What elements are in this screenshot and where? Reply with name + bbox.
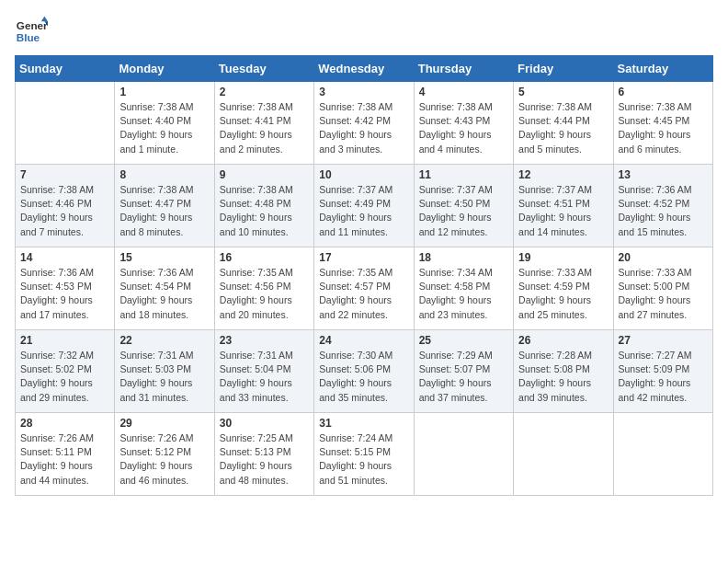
weekday-header: Sunday xyxy=(16,56,115,82)
day-info: Sunrise: 7:36 AMSunset: 4:53 PMDaylight:… xyxy=(20,266,109,322)
day-number: 27 xyxy=(619,334,708,347)
calendar-week-row: 28Sunrise: 7:26 AMSunset: 5:11 PMDayligh… xyxy=(16,413,713,496)
day-info: Sunrise: 7:27 AMSunset: 5:09 PMDaylight:… xyxy=(619,349,708,405)
day-number: 20 xyxy=(619,251,708,264)
calendar-cell: 6Sunrise: 7:38 AMSunset: 4:45 PMDaylight… xyxy=(613,82,712,165)
calendar-week-row: 14Sunrise: 7:36 AMSunset: 4:53 PMDayligh… xyxy=(16,247,713,330)
day-number: 1 xyxy=(119,86,209,98)
calendar-cell: 19Sunrise: 7:33 AMSunset: 4:59 PMDayligh… xyxy=(514,247,613,330)
logo: General Blue xyxy=(15,15,51,48)
calendar-cell: 12Sunrise: 7:37 AMSunset: 4:51 PMDayligh… xyxy=(514,165,613,247)
day-info: Sunrise: 7:28 AMSunset: 5:08 PMDaylight:… xyxy=(518,349,608,405)
day-info: Sunrise: 7:36 AMSunset: 4:54 PMDaylight:… xyxy=(119,266,209,322)
day-info: Sunrise: 7:36 AMSunset: 4:52 PMDaylight:… xyxy=(619,183,708,239)
day-number: 23 xyxy=(220,334,309,347)
day-info: Sunrise: 7:38 AMSunset: 4:47 PMDaylight:… xyxy=(119,183,209,239)
weekday-header: Wednesday xyxy=(314,56,414,82)
day-info: Sunrise: 7:34 AMSunset: 4:58 PMDaylight:… xyxy=(419,266,508,322)
weekday-header: Saturday xyxy=(613,56,712,82)
logo-icon: General Blue xyxy=(15,15,48,48)
calendar-cell: 31Sunrise: 7:24 AMSunset: 5:15 PMDayligh… xyxy=(314,413,414,496)
day-number: 13 xyxy=(619,168,708,181)
day-info: Sunrise: 7:38 AMSunset: 4:45 PMDaylight:… xyxy=(619,100,708,156)
calendar-week-row: 7Sunrise: 7:38 AMSunset: 4:46 PMDaylight… xyxy=(16,165,713,247)
calendar-cell xyxy=(514,413,613,496)
day-info: Sunrise: 7:38 AMSunset: 4:46 PMDaylight:… xyxy=(20,183,109,239)
day-number: 16 xyxy=(220,251,309,264)
day-info: Sunrise: 7:31 AMSunset: 5:03 PMDaylight:… xyxy=(119,349,209,405)
calendar-cell: 11Sunrise: 7:37 AMSunset: 4:50 PMDayligh… xyxy=(414,165,513,247)
day-info: Sunrise: 7:38 AMSunset: 4:41 PMDaylight:… xyxy=(220,100,309,156)
calendar-cell: 20Sunrise: 7:33 AMSunset: 5:00 PMDayligh… xyxy=(613,247,712,330)
day-number: 17 xyxy=(319,251,408,264)
calendar-cell: 21Sunrise: 7:32 AMSunset: 5:02 PMDayligh… xyxy=(16,330,115,413)
calendar-cell: 25Sunrise: 7:29 AMSunset: 5:07 PMDayligh… xyxy=(414,330,513,413)
calendar-cell: 26Sunrise: 7:28 AMSunset: 5:08 PMDayligh… xyxy=(514,330,613,413)
day-info: Sunrise: 7:38 AMSunset: 4:40 PMDaylight:… xyxy=(119,100,209,156)
day-number: 5 xyxy=(518,86,608,98)
day-number: 14 xyxy=(20,251,109,264)
day-info: Sunrise: 7:38 AMSunset: 4:42 PMDaylight:… xyxy=(319,100,408,156)
day-number: 11 xyxy=(419,168,508,181)
day-number: 7 xyxy=(20,168,109,181)
day-number: 10 xyxy=(319,168,408,181)
calendar-cell: 27Sunrise: 7:27 AMSunset: 5:09 PMDayligh… xyxy=(613,330,712,413)
day-number: 26 xyxy=(518,334,608,347)
day-number: 6 xyxy=(619,86,708,98)
calendar-cell: 22Sunrise: 7:31 AMSunset: 5:03 PMDayligh… xyxy=(115,330,214,413)
calendar-cell: 3Sunrise: 7:38 AMSunset: 4:42 PMDaylight… xyxy=(314,82,414,165)
calendar-cell: 10Sunrise: 7:37 AMSunset: 4:49 PMDayligh… xyxy=(314,165,414,247)
day-info: Sunrise: 7:26 AMSunset: 5:11 PMDaylight:… xyxy=(20,431,109,488)
day-number: 28 xyxy=(20,417,109,430)
day-info: Sunrise: 7:37 AMSunset: 4:51 PMDaylight:… xyxy=(518,183,608,239)
calendar-cell: 28Sunrise: 7:26 AMSunset: 5:11 PMDayligh… xyxy=(16,413,115,496)
calendar-cell: 2Sunrise: 7:38 AMSunset: 4:41 PMDaylight… xyxy=(214,82,313,165)
day-info: Sunrise: 7:29 AMSunset: 5:07 PMDaylight:… xyxy=(419,349,508,405)
day-number: 25 xyxy=(419,334,508,347)
day-number: 22 xyxy=(119,334,209,347)
page-header: General Blue xyxy=(15,15,713,48)
calendar-cell: 8Sunrise: 7:38 AMSunset: 4:47 PMDaylight… xyxy=(115,165,214,247)
day-number: 15 xyxy=(119,251,209,264)
day-info: Sunrise: 7:24 AMSunset: 5:15 PMDaylight:… xyxy=(319,431,408,488)
weekday-header: Tuesday xyxy=(214,56,313,82)
day-number: 3 xyxy=(319,86,408,98)
weekday-header: Monday xyxy=(115,56,214,82)
day-info: Sunrise: 7:38 AMSunset: 4:48 PMDaylight:… xyxy=(220,183,309,239)
calendar-week-row: 1Sunrise: 7:38 AMSunset: 4:40 PMDaylight… xyxy=(16,82,713,165)
calendar-cell: 23Sunrise: 7:31 AMSunset: 5:04 PMDayligh… xyxy=(214,330,313,413)
day-info: Sunrise: 7:38 AMSunset: 4:43 PMDaylight:… xyxy=(419,100,508,156)
day-info: Sunrise: 7:37 AMSunset: 4:49 PMDaylight:… xyxy=(319,183,408,239)
day-number: 31 xyxy=(319,417,408,430)
calendar-cell: 1Sunrise: 7:38 AMSunset: 4:40 PMDaylight… xyxy=(115,82,214,165)
day-info: Sunrise: 7:26 AMSunset: 5:12 PMDaylight:… xyxy=(119,431,209,488)
calendar-cell: 16Sunrise: 7:35 AMSunset: 4:56 PMDayligh… xyxy=(214,247,313,330)
day-number: 18 xyxy=(419,251,508,264)
calendar-cell: 29Sunrise: 7:26 AMSunset: 5:12 PMDayligh… xyxy=(115,413,214,496)
calendar-cell xyxy=(613,413,712,496)
day-info: Sunrise: 7:35 AMSunset: 4:57 PMDaylight:… xyxy=(319,266,408,322)
calendar-table: SundayMondayTuesdayWednesdayThursdayFrid… xyxy=(15,55,713,496)
day-info: Sunrise: 7:38 AMSunset: 4:44 PMDaylight:… xyxy=(518,100,608,156)
calendar-cell: 18Sunrise: 7:34 AMSunset: 4:58 PMDayligh… xyxy=(414,247,513,330)
calendar-cell: 13Sunrise: 7:36 AMSunset: 4:52 PMDayligh… xyxy=(613,165,712,247)
day-info: Sunrise: 7:33 AMSunset: 4:59 PMDaylight:… xyxy=(518,266,608,322)
day-number: 19 xyxy=(518,251,608,264)
calendar-cell: 30Sunrise: 7:25 AMSunset: 5:13 PMDayligh… xyxy=(214,413,313,496)
day-number: 4 xyxy=(419,86,508,98)
day-number: 29 xyxy=(119,417,209,430)
day-info: Sunrise: 7:35 AMSunset: 4:56 PMDaylight:… xyxy=(220,266,309,322)
day-info: Sunrise: 7:30 AMSunset: 5:06 PMDaylight:… xyxy=(319,349,408,405)
day-number: 24 xyxy=(319,334,408,347)
calendar-cell: 17Sunrise: 7:35 AMSunset: 4:57 PMDayligh… xyxy=(314,247,414,330)
day-info: Sunrise: 7:33 AMSunset: 5:00 PMDaylight:… xyxy=(619,266,708,322)
day-number: 9 xyxy=(220,168,309,181)
calendar-cell: 15Sunrise: 7:36 AMSunset: 4:54 PMDayligh… xyxy=(115,247,214,330)
weekday-header-row: SundayMondayTuesdayWednesdayThursdayFrid… xyxy=(16,56,713,82)
day-info: Sunrise: 7:32 AMSunset: 5:02 PMDaylight:… xyxy=(20,349,109,405)
calendar-cell: 9Sunrise: 7:38 AMSunset: 4:48 PMDaylight… xyxy=(214,165,313,247)
weekday-header: Friday xyxy=(514,56,613,82)
calendar-cell: 4Sunrise: 7:38 AMSunset: 4:43 PMDaylight… xyxy=(414,82,513,165)
day-info: Sunrise: 7:25 AMSunset: 5:13 PMDaylight:… xyxy=(220,431,309,488)
weekday-header: Thursday xyxy=(414,56,513,82)
